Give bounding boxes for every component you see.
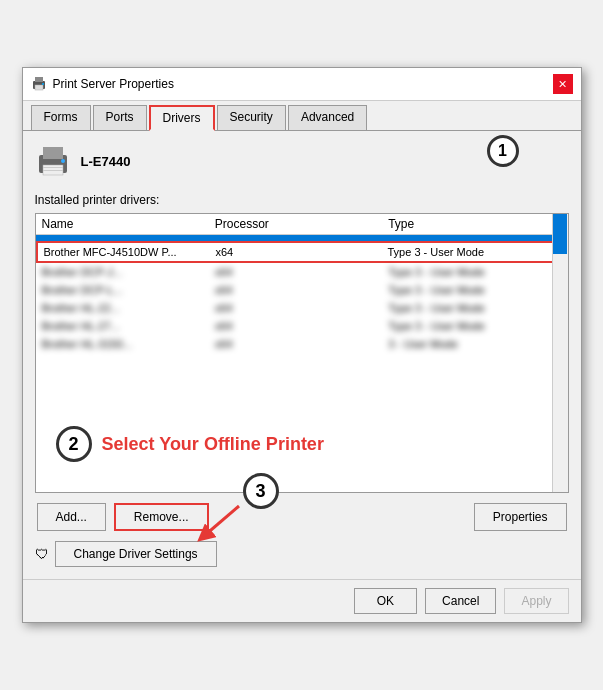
table-row: Brother HL-22... x64 Type 3 - User Mode xyxy=(36,299,568,317)
remove-area: Remove... 3 xyxy=(114,503,209,531)
step-3-circle: 3 xyxy=(243,473,279,509)
table-row: Brother DCP-L... x64 Type 3 - User Mode xyxy=(36,281,568,299)
bottom-buttons: OK Cancel Apply xyxy=(23,579,581,622)
tab-ports[interactable]: Ports xyxy=(93,105,147,130)
scrollbar-track[interactable] xyxy=(552,214,568,492)
shield-icon: 🛡 xyxy=(35,546,49,562)
col-name: Name xyxy=(42,217,215,231)
apply-button[interactable]: Apply xyxy=(504,588,568,614)
row-type: Type 3 - User Mode xyxy=(388,246,560,258)
printer-icon xyxy=(35,143,71,179)
title-bar-left: Print Server Properties xyxy=(31,76,174,92)
dialog-content: L-E7440 1 Installed printer drivers: Nam… xyxy=(23,131,581,579)
dialog-icon xyxy=(31,76,47,92)
tabs-bar: Forms Ports Drivers Security Advanced xyxy=(23,101,581,131)
svg-point-3 xyxy=(42,83,44,85)
add-button[interactable]: Add... xyxy=(37,503,106,531)
print-server-properties-dialog: Print Server Properties ✕ Forms Ports Dr… xyxy=(22,67,582,623)
printer-name: L-E7440 xyxy=(81,154,131,169)
action-buttons: Add... Remove... 3 Properties xyxy=(35,503,569,531)
tab-security[interactable]: Security xyxy=(217,105,286,130)
svg-rect-5 xyxy=(43,147,63,159)
table-header: Name Processor Type xyxy=(36,214,568,235)
table-row: Brother HL-3150... x64 3 - User Mode xyxy=(36,335,568,353)
step3-arrow xyxy=(189,501,249,551)
svg-rect-1 xyxy=(35,77,43,82)
change-driver-row: 🛡 Change Driver Settings xyxy=(35,541,569,567)
step-2-circle: 2 xyxy=(56,426,92,462)
svg-rect-9 xyxy=(43,170,63,171)
svg-rect-2 xyxy=(35,85,43,90)
row-name: Brother MFC-J4510DW P... xyxy=(44,246,216,258)
svg-line-11 xyxy=(204,506,239,536)
step-1-indicator: 1 xyxy=(487,135,519,167)
close-button[interactable]: ✕ xyxy=(553,74,573,94)
tab-drivers[interactable]: Drivers xyxy=(149,105,215,131)
installed-drivers-label: Installed printer drivers: xyxy=(35,193,569,207)
svg-rect-8 xyxy=(43,167,63,168)
select-offline-printer-label: Select Your Offline Printer xyxy=(102,434,324,455)
col-processor: Processor xyxy=(215,217,388,231)
tab-advanced[interactable]: Advanced xyxy=(288,105,367,130)
dialog-title: Print Server Properties xyxy=(53,77,174,91)
properties-button[interactable]: Properties xyxy=(474,503,567,531)
scrollbar-thumb[interactable] xyxy=(553,214,567,254)
ok-button[interactable]: OK xyxy=(354,588,417,614)
step-2-overlay: 2 Select Your Offline Printer xyxy=(56,426,324,462)
title-bar: Print Server Properties ✕ xyxy=(23,68,581,101)
tab-forms[interactable]: Forms xyxy=(31,105,91,130)
svg-point-7 xyxy=(61,159,65,163)
row-name: Brother HL-3150... xyxy=(42,338,215,350)
cancel-button[interactable]: Cancel xyxy=(425,588,496,614)
table-row-brother[interactable]: Brother MFC-J4510DW P... x64 Type 3 - Us… xyxy=(36,241,568,263)
col-type: Type xyxy=(388,217,561,231)
row-processor: x64 xyxy=(216,246,388,258)
driver-table: Name Processor Type Brother MFC-J4510DW … xyxy=(35,213,569,493)
table-row: Brother DCP-J... x64 Type 3 - User Mode xyxy=(36,263,568,281)
table-row: Brother HL-27... x64 Type 3 - User Mode xyxy=(36,317,568,335)
row-type: 3 - User Mode xyxy=(388,338,561,350)
printer-info: L-E7440 1 xyxy=(35,143,569,179)
